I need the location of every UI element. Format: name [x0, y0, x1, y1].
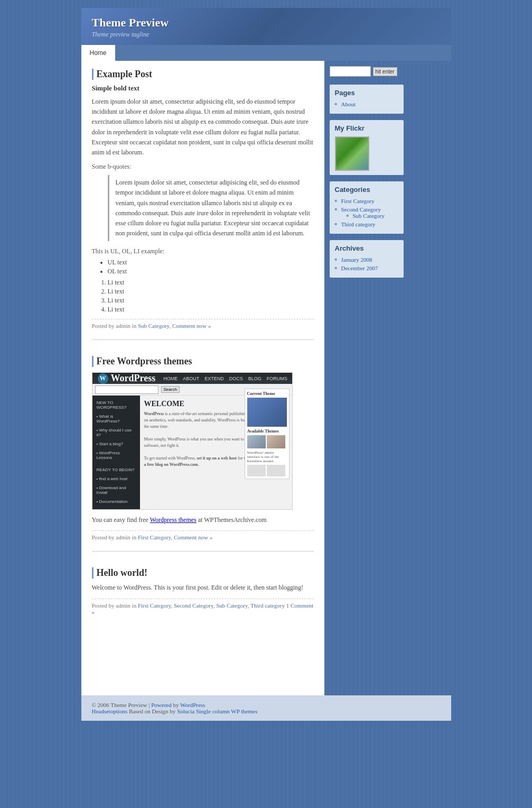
- footer-design-text: Headsetoptions Based on Design by Soluci…: [92, 708, 441, 714]
- wp-logo: W WordPress: [98, 373, 156, 384]
- ul-item-2: OL text: [108, 268, 314, 276]
- main-nav: Home: [81, 45, 451, 61]
- sidebar-cat-third-link[interactable]: Third category: [341, 221, 376, 227]
- wp-content-after: at WPThemesArchive.com: [198, 516, 267, 524]
- footer-copyright: © 2006 Theme Preview |: [92, 702, 150, 708]
- post-cat-link-hello-2[interactable]: Second Category: [174, 602, 213, 609]
- wp-sidebar-item-1: NEW TO WORDPRESS?: [92, 398, 140, 412]
- flickr-image: [335, 136, 369, 171]
- post-wordpress: Free Wordpress themes W WordPress HOME A: [92, 356, 314, 552]
- footer-wp-link[interactable]: WordPress: [180, 702, 205, 708]
- sidebar-flickr-section: My Flickr: [330, 120, 404, 175]
- post-footer-text-2: Posted by admin in: [92, 534, 137, 540]
- sidebar-archive-jan2008: January 2008: [335, 256, 398, 263]
- wp-content-before: You can easy find free: [92, 516, 148, 524]
- post-comment-link-1[interactable]: Comment now »: [172, 323, 211, 329]
- site-tagline: Theme preview tagline: [92, 31, 441, 39]
- sidebar-archive-dec2007-link[interactable]: December 2007: [341, 265, 378, 271]
- sidebar-flickr-title: My Flickr: [335, 124, 398, 132]
- post-content-hello: Welcome to WordPress. This is your first…: [92, 583, 314, 593]
- sidebar-pages-title: Pages: [335, 89, 398, 97]
- ol-list: Li text Li text Li text Li text: [108, 279, 314, 314]
- wp-logo-text: WordPress: [111, 373, 156, 384]
- wordpress-screenshot: W WordPress HOME ABOUT EXTEND DOCS BLOG …: [92, 372, 293, 510]
- sidebar-cat-sub: Sub Category: [347, 213, 398, 219]
- post-footer-wp: Posted by admin in First Category, Comme…: [92, 530, 314, 540]
- wp-sidebar-item-3: • Why should I use it?: [92, 426, 140, 439]
- post-title-hello[interactable]: Hello world!: [92, 567, 314, 579]
- sidebar-search-form: hit enter: [330, 66, 404, 77]
- post-cat-link-hello-4[interactable]: Third category: [250, 602, 285, 609]
- nav-item-home[interactable]: Home: [81, 45, 115, 61]
- post-cat-link-hello-3[interactable]: Sub Category: [216, 602, 247, 609]
- sidebar-page-about: About: [335, 101, 398, 107]
- footer-powered-link[interactable]: Powered: [151, 702, 172, 708]
- wp-nav-docs: DOCS: [229, 376, 243, 381]
- content-area: Example Post Simple bold text Lorem ipsu…: [81, 61, 451, 695]
- wp-nav-extend: EXTEND: [204, 376, 224, 381]
- wp-themes-link[interactable]: Wordpress themes: [150, 516, 197, 524]
- footer-theme-link[interactable]: Single column WP themes: [196, 708, 257, 714]
- wp-sidebar-item-6: READY TO BEGIN?: [92, 465, 140, 474]
- nav-link-home[interactable]: Home: [81, 45, 115, 61]
- wp-sidebar-item-4: • Start a blog?: [92, 439, 140, 448]
- wp-nav-about: ABOUT: [183, 376, 199, 381]
- post-cat-link-1[interactable]: Sub Category: [138, 323, 169, 329]
- sidebar-cat-first: First Category: [335, 198, 398, 204]
- site-title: Theme Preview: [92, 16, 441, 30]
- sidebar-cat-first-link[interactable]: First Category: [341, 198, 375, 204]
- wp-logo-icon: W: [98, 373, 108, 384]
- ul-item-1: UL text: [108, 259, 314, 267]
- sidebar-categories-section: Categories First Category Second Categor…: [330, 181, 404, 234]
- post-hello-world: Hello world! Welcome to WordPress. This …: [92, 567, 314, 625]
- wp-sidebar-item-2: • What is WordPress?: [92, 412, 140, 426]
- wp-search-btn[interactable]: Search: [161, 386, 180, 393]
- post-footer-hello: Posted by admin in First Category, Secon…: [92, 599, 314, 615]
- ol-item-4: Li text: [108, 306, 314, 314]
- sidebar-archives-title: Archives: [335, 244, 398, 252]
- ol-item-1: Li text: [108, 279, 314, 287]
- post-cat-link-2[interactable]: First Category: [138, 534, 171, 540]
- post-footer-text-1: Posted by admin in: [92, 323, 137, 329]
- sidebar-pages-list: About: [335, 101, 398, 107]
- search-button[interactable]: hit enter: [373, 67, 397, 76]
- post-example: Example Post Simple bold text Lorem ipsu…: [92, 69, 314, 340]
- site-header: Theme Preview Theme preview tagline: [81, 8, 451, 45]
- sidebar-pages-section: Pages About: [330, 85, 404, 114]
- ul-list: UL text OL text: [108, 259, 314, 276]
- post-content-wp: You can easy find free Wordpress themes …: [92, 515, 314, 525]
- post-comment-link-2[interactable]: Comment now »: [174, 534, 212, 540]
- sidebar-archive-jan2008-link[interactable]: January 2008: [341, 256, 372, 263]
- footer-by-label: by: [173, 702, 179, 708]
- ul-ol-label: This is UL, OL, LI example:: [92, 247, 314, 255]
- ol-item-3: Li text: [108, 297, 314, 305]
- sidebar-page-about-link[interactable]: About: [341, 101, 356, 107]
- bquote-label: Some b-quotes:: [92, 163, 314, 171]
- main-content: Example Post Simple bold text Lorem ipsu…: [81, 61, 324, 695]
- post-title-example[interactable]: Example Post: [92, 69, 314, 80]
- wp-body: NEW TO WORDPRESS? • What is WordPress? •…: [92, 396, 292, 510]
- wp-sidebar-item-7: • find a web host: [92, 474, 140, 483]
- wp-search-input[interactable]: [95, 385, 158, 394]
- wp-sidebar-item-8: • Download and Install: [92, 483, 140, 497]
- post-cat-link-hello-1[interactable]: First Category: [138, 602, 171, 609]
- sidebar-cat-third: Third category: [335, 221, 398, 227]
- post-title-wordpress[interactable]: Free Wordpress themes: [92, 356, 314, 367]
- wp-sidebar-inner: NEW TO WORDPRESS? • What is WordPress? •…: [92, 396, 140, 510]
- wp-nav-blog: BLOG: [248, 376, 262, 381]
- sidebar-cat-sub-link[interactable]: Sub Category: [353, 213, 385, 219]
- sidebar-cat-second: Second Category Sub Category: [335, 206, 398, 219]
- sidebar-cat-second-link[interactable]: Second Category: [341, 206, 381, 213]
- sidebar: hit enter Pages About My Flickr Categori…: [330, 61, 404, 695]
- wp-header-bar: W WordPress HOME ABOUT EXTEND DOCS BLOG …: [92, 373, 292, 384]
- sidebar-archives-list: January 2008 December 2007: [335, 256, 398, 271]
- sidebar-archive-dec2007: December 2007: [335, 265, 398, 271]
- wp-nav-home: HOME: [163, 376, 178, 381]
- footer-headsetup-link[interactable]: Headsetoptions: [92, 708, 128, 714]
- footer-solucia-link[interactable]: Solucia: [177, 708, 194, 714]
- wp-themes-panel: Current Theme Available Themes WordPress…: [245, 389, 290, 479]
- post-blockquote: Lorem ipsum dolor sit amet, consectetur …: [108, 175, 314, 241]
- page-footer: © 2006 Theme Preview | Powered by WordPr…: [81, 695, 451, 721]
- search-input[interactable]: [330, 66, 371, 77]
- post-footer-text-3: Posted by admin in: [92, 602, 137, 609]
